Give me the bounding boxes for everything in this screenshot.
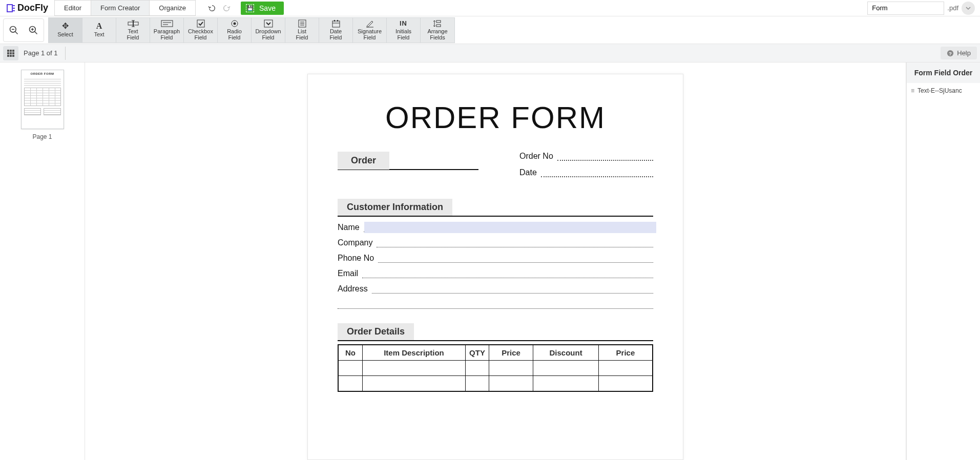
tool-dropdown-field[interactable]: Dropdown Field xyxy=(252,18,285,43)
page-thumbnail[interactable]: ORDER FORM xyxy=(21,70,64,129)
label-email: Email xyxy=(338,269,358,278)
topbar-right: .pdf xyxy=(867,0,978,16)
zoom-in-icon xyxy=(28,25,38,35)
chevron-down-icon xyxy=(966,6,971,11)
document-page[interactable]: ORDER FORM Order Order No Date xyxy=(307,74,683,460)
help-button[interactable]: ? Help xyxy=(941,47,977,59)
tool-radio-field[interactable]: Radio Field xyxy=(218,18,252,43)
save-button[interactable]: 💾 Save xyxy=(241,2,284,15)
th-price2: Price xyxy=(598,345,653,361)
initials-field-icon: IN xyxy=(400,19,407,28)
tool-signature-field[interactable]: Signature Field xyxy=(353,18,387,43)
tool-arrange-fields[interactable]: Arrange Fields xyxy=(421,18,454,43)
tool-text-field[interactable]: Text Field xyxy=(116,18,150,43)
svg-line-5 xyxy=(35,31,37,34)
brand-icon xyxy=(6,3,16,13)
label-phone: Phone No xyxy=(338,254,374,263)
help-icon: ? xyxy=(947,50,954,57)
svg-rect-12 xyxy=(161,20,173,27)
tool-paragraph-field[interactable]: Paragraph Field xyxy=(150,18,184,43)
tool-checkbox-field[interactable]: Checkbox Field xyxy=(184,18,218,43)
order-details-table: No Item Description QTY Price Discount P… xyxy=(338,344,653,392)
document-title: ORDER FORM xyxy=(338,100,653,135)
th-price: Price xyxy=(489,345,533,361)
svg-rect-18 xyxy=(264,20,273,27)
text-icon: A xyxy=(96,23,102,31)
tool-date-field[interactable]: Date Field xyxy=(319,18,353,43)
secondary-bar: Page 1 of 1 ? Help xyxy=(0,44,980,62)
label-address: Address xyxy=(338,284,368,294)
page-indicator: Page 1 of 1 xyxy=(24,47,66,60)
svg-rect-28 xyxy=(436,20,441,23)
svg-rect-37 xyxy=(7,55,9,57)
zoom-group xyxy=(3,18,44,42)
brand-logo: DocFly xyxy=(2,0,52,16)
form-text-field-name[interactable] xyxy=(364,222,656,233)
svg-point-17 xyxy=(233,22,236,25)
field-order-item-label: Text-E--SjUsanc xyxy=(918,87,962,94)
zoom-out-button[interactable] xyxy=(5,20,23,40)
field-order-item[interactable]: ≡ Text-E--SjUsanc xyxy=(907,83,980,98)
table-row xyxy=(338,361,653,376)
svg-rect-35 xyxy=(10,52,12,54)
file-extension: .pdf xyxy=(947,4,958,12)
table-row xyxy=(338,376,653,391)
order-details-section-tab: Order Details xyxy=(338,323,414,340)
th-item-desc: Item Description xyxy=(362,345,465,361)
workspace: ORDER FORM Page 1 ORDER FORM Order xyxy=(0,62,980,460)
radio-field-icon xyxy=(231,19,239,28)
tab-organize[interactable]: Organize xyxy=(150,0,196,16)
svg-text:?: ? xyxy=(949,50,952,56)
tool-initials-field[interactable]: IN Initials Field xyxy=(387,18,421,43)
zoom-in-button[interactable] xyxy=(25,20,42,40)
svg-rect-32 xyxy=(10,50,12,52)
svg-rect-31 xyxy=(7,50,9,52)
svg-rect-39 xyxy=(12,55,14,57)
svg-rect-34 xyxy=(7,52,9,54)
line-date xyxy=(541,171,653,177)
arrange-fields-icon xyxy=(433,19,442,28)
mode-tabs: Editor Form Creator Organize xyxy=(54,0,196,16)
svg-rect-36 xyxy=(12,52,14,54)
paragraph-field-icon xyxy=(161,19,173,28)
th-qty: QTY xyxy=(466,345,489,361)
zoom-out-icon xyxy=(9,25,19,35)
canvas-area[interactable]: ORDER FORM Order Order No Date xyxy=(85,62,906,460)
tool-select[interactable]: ✥ Select xyxy=(49,18,82,43)
th-discount: Discount xyxy=(533,345,599,361)
order-section-tab: Order xyxy=(338,152,389,170)
checkbox-field-icon xyxy=(197,19,205,28)
save-label: Save xyxy=(259,4,276,12)
dropdown-field-icon xyxy=(264,19,273,28)
move-icon: ✥ xyxy=(62,23,69,31)
svg-rect-29 xyxy=(436,25,441,27)
customer-info-section-tab: Customer Information xyxy=(338,199,452,216)
thumbnail-grid-button[interactable] xyxy=(3,46,18,60)
grid-icon xyxy=(7,49,15,57)
thumbnail-panel: ORDER FORM Page 1 xyxy=(0,62,85,460)
drag-handle-icon[interactable]: ≡ xyxy=(911,87,914,94)
save-icon: 💾 xyxy=(246,4,254,12)
svg-rect-23 xyxy=(332,21,340,27)
undo-button[interactable] xyxy=(207,3,217,13)
svg-rect-15 xyxy=(197,20,204,27)
redo-button[interactable] xyxy=(221,3,232,13)
svg-line-2 xyxy=(15,31,18,34)
label-name: Name xyxy=(338,223,360,232)
date-field-icon xyxy=(332,19,340,28)
more-menu-button[interactable] xyxy=(962,2,975,15)
form-field-order-panel: Form Field Order ≡ Text-E--SjUsanc xyxy=(906,62,980,460)
svg-rect-0 xyxy=(7,5,12,12)
label-date: Date xyxy=(519,168,537,177)
signature-field-icon xyxy=(365,19,374,28)
tab-editor[interactable]: Editor xyxy=(54,0,91,16)
tools-group: ✥ Select A Text Text Field Paragraph Fie… xyxy=(48,17,455,43)
ribbon-toolbar: ✥ Select A Text Text Field Paragraph Fie… xyxy=(0,16,980,44)
panel-title: Form Field Order xyxy=(907,62,980,83)
tab-form-creator[interactable]: Form Creator xyxy=(91,0,150,16)
tool-text[interactable]: A Text xyxy=(82,18,116,43)
filename-input[interactable] xyxy=(867,2,944,15)
label-order-no: Order No xyxy=(519,152,553,161)
tool-list-field[interactable]: List Field xyxy=(285,18,319,43)
list-field-icon xyxy=(298,19,306,28)
